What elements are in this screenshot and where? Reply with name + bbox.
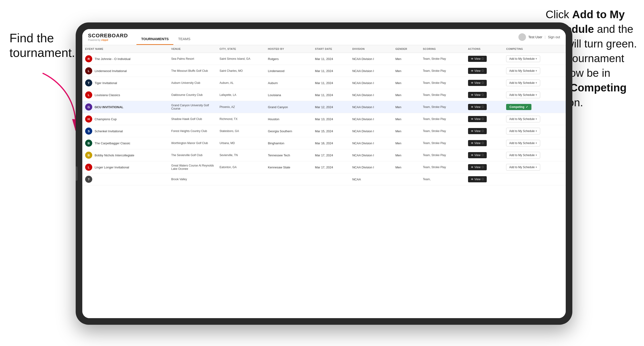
event-name-cell: BBobby Nichols Intercollegiate [82,149,168,161]
tournaments-table: EVENT NAME VENUE CITY, STATE HOSTED BY S… [82,45,566,185]
competing-cell: Add to My Schedule + [503,77,566,89]
start-date-cell: Mar 11, 2024 [312,65,350,77]
eye-icon: 👁 [471,130,474,133]
eye-icon: 👁 [471,118,474,120]
table-row: LLouisiana ClassicsOakbourne Country Clu… [82,89,566,101]
event-name-cell: SSchenkel Invitational [82,125,168,137]
sign-out-link[interactable]: Sign out [548,35,560,39]
side-notch [76,167,78,181]
team-logo: H [85,116,92,123]
annotation-left: Find thetournament. [10,31,75,60]
top-bar-right: Test User | Sign out [518,33,560,41]
event-name: Tiger Invitational [94,81,117,85]
division-cell: NCAA Division I [350,113,392,125]
view-button[interactable]: 👁 View ⓘ [468,56,487,62]
team-logo: G [85,103,92,111]
actions-cell: 👁 View ⓘ [465,125,504,137]
city-cell: Saint Simons Island, GA [217,53,265,65]
venue-cell: Oakbourne Country Club [168,89,217,101]
event-name-cell: LLindenwood Invitational [82,65,168,77]
actions-cell: 👁 View ⓘ [465,149,504,161]
venue-cell: The Sevierville Golf Club [168,149,217,161]
add-to-schedule-button[interactable]: Add to My Schedule + [506,164,540,171]
competing-cell [503,173,566,185]
gender-cell [392,173,420,185]
eye-icon: 👁 [471,166,474,169]
add-to-schedule-button[interactable]: Add to My Schedule + [506,55,540,62]
competing-cell: Add to My Schedule + [503,137,566,149]
eye-icon: 👁 [471,94,474,96]
hosted-by-cell: Grand Canyon [265,101,312,113]
logo-area: SCOREBOARD Powered by clippd [88,33,128,41]
venue-cell: Shadow Hawk Golf Club [168,113,217,125]
scoring-cell: Team, Stroke Play [420,53,465,65]
divider: | [545,35,546,39]
division-cell: NCAA Division I [350,125,392,137]
event-name: Lindenwood Invitational [94,69,127,73]
actions-cell: 👁 View ⓘ [465,89,504,101]
view-button[interactable]: 👁 View ⓘ [468,92,487,98]
table-row: LLindenwood InvitationalThe Missouri Blu… [82,65,566,77]
gender-cell: Men [392,113,420,125]
info-icon: ⓘ [482,129,484,133]
tab-tournaments[interactable]: TOURNAMENTS [136,29,173,45]
view-button[interactable]: 👁 View ⓘ [468,116,487,122]
scoring-cell: Team, Stroke Play [420,65,465,77]
city-cell: Lafayette, LA [217,89,265,101]
view-button[interactable]: 👁 View ⓘ [468,128,487,134]
event-name: Louisiana Classics [94,93,120,97]
tablet-screen: SCOREBOARD Powered by clippd TOURNAMENTS… [82,29,566,318]
venue-cell: Worthington Manor Golf Club [168,137,217,149]
view-button[interactable]: 👁 View ⓘ [468,80,487,86]
add-to-schedule-button[interactable]: Add to My Schedule + [506,140,540,147]
eye-icon: 👁 [471,57,474,60]
start-date-cell: Mar 16, 2024 [312,137,350,149]
team-logo: L [85,164,92,171]
tablet-frame: SCOREBOARD Powered by clippd TOURNAMENTS… [76,22,572,325]
venue-cell: Great Waters Course At Reynolds Lake Oco… [168,161,217,173]
user-avatar [518,33,526,41]
hosted-by-cell: Louisiana [265,89,312,101]
add-to-schedule-button[interactable]: Add to My Schedule + [506,92,540,98]
gender-cell: Men [392,125,420,137]
actions-cell: 👁 View ⓘ [465,77,504,89]
venue-cell: Sea Palms Resort [168,53,217,65]
competing-cell: Add to My Schedule + [503,113,566,125]
view-button[interactable]: 👁 View ⓘ [468,176,487,182]
add-to-schedule-button[interactable]: Add to My Schedule + [506,116,540,122]
view-button[interactable]: 👁 View ⓘ [468,152,487,158]
team-logo: B [85,140,92,147]
hosted-by-cell: Georgia Southern [265,125,312,137]
add-to-schedule-button[interactable]: Add to My Schedule + [506,152,540,159]
top-bar: SCOREBOARD Powered by clippd TOURNAMENTS… [82,29,566,45]
col-hosted-by: HOSTED BY [265,45,312,53]
tab-teams[interactable]: TEAMS [173,29,195,45]
eye-icon: 👁 [471,106,474,108]
add-to-schedule-button[interactable]: Add to My Schedule + [506,80,540,86]
info-icon: ⓘ [482,117,484,121]
check-icon: ✓ [526,105,528,109]
venue-cell: Forest Heights Country Club [168,125,217,137]
hosted-by-cell: Auburn [265,77,312,89]
add-to-schedule-button[interactable]: Add to My Schedule + [506,128,540,134]
scoring-cell: Team, Stroke Play [420,89,465,101]
team-logo: T [85,79,92,86]
table-row: HChampions CupShadow Hawk Golf ClubRichm… [82,113,566,125]
info-icon: ⓘ [482,69,484,72]
view-button[interactable]: 👁 View ⓘ [468,140,487,146]
table-row: LLinger Longer InvitationalGreat Waters … [82,161,566,173]
table-row: SSchenkel InvitationalForest Heights Cou… [82,125,566,137]
start-date-cell: Mar 15, 2024 [312,125,350,137]
add-to-schedule-button[interactable]: Add to My Schedule + [506,68,540,74]
event-name: GCU INVITATIONAL [94,105,124,109]
actions-cell: 👁 View ⓘ [465,173,504,185]
table-row: TTiger InvitationalAuburn University Clu… [82,77,566,89]
city-cell: Saint Charles, MO [217,65,265,77]
event-name-cell: BThe Carpetbagger Classic [82,137,168,149]
competing-button[interactable]: Competing ✓ [506,104,532,110]
view-button[interactable]: 👁 View ⓘ [468,164,487,170]
info-icon: ⓘ [482,105,484,109]
view-button[interactable]: 👁 View ⓘ [468,68,487,74]
table-row: RThe Johnnie - O IndividualSea Palms Res… [82,53,566,65]
view-button[interactable]: 👁 View ⓘ [468,104,487,110]
